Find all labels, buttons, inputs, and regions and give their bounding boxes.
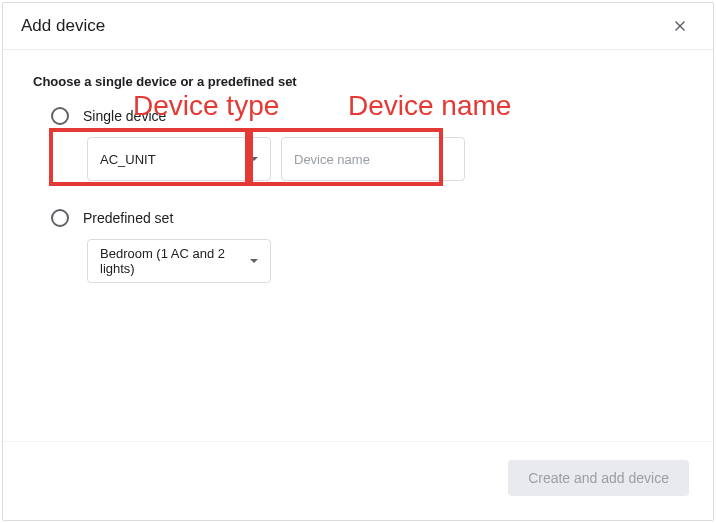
radio-predefined-label: Predefined set	[83, 210, 173, 226]
radio-predefined[interactable]	[51, 209, 69, 227]
add-device-dialog: Add device Choose a single device or a p…	[2, 2, 714, 521]
close-button[interactable]	[667, 13, 693, 39]
device-type-value: AC_UNIT	[100, 152, 250, 167]
dialog-title: Add device	[21, 16, 105, 36]
dialog-footer: Create and add device	[3, 441, 713, 520]
radio-predefined-row: Predefined set	[51, 209, 683, 227]
device-type-select[interactable]: AC_UNIT	[87, 137, 271, 181]
radio-single-device-row: Single device	[51, 107, 683, 125]
section-label: Choose a single device or a predefined s…	[33, 74, 683, 89]
chevron-down-icon	[250, 259, 258, 263]
single-device-inputs: AC_UNIT	[87, 137, 683, 181]
device-name-input[interactable]	[281, 137, 465, 181]
dialog-header: Add device	[3, 3, 713, 50]
create-and-add-button[interactable]: Create and add device	[508, 460, 689, 496]
predefined-set-select[interactable]: Bedroom (1 AC and 2 lights)	[87, 239, 271, 283]
close-icon	[671, 17, 689, 35]
radio-single-device-label: Single device	[83, 108, 166, 124]
chevron-down-icon	[250, 157, 258, 161]
radio-single-device[interactable]	[51, 107, 69, 125]
predefined-section: Predefined set Bedroom (1 AC and 2 light…	[33, 209, 683, 283]
predefined-set-value: Bedroom (1 AC and 2 lights)	[100, 246, 250, 276]
dialog-body: Choose a single device or a predefined s…	[3, 50, 713, 441]
